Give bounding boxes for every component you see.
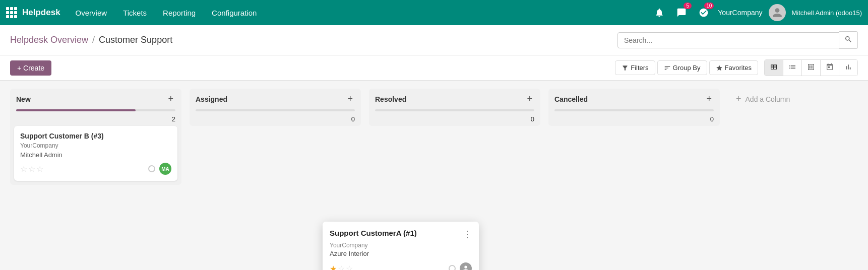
floating-card-customer: Azure Interior — [330, 250, 472, 257]
floating-star-3[interactable]: ☆ — [346, 264, 353, 271]
activity-icon[interactable]: 10 — [696, 5, 712, 21]
col-add-resolved[interactable]: + — [525, 94, 534, 104]
floating-star-2[interactable]: ☆ — [338, 264, 345, 271]
kanban-col-resolved: Resolved + 0 — [369, 89, 540, 126]
breadcrumb-separator: / — [92, 35, 95, 45]
chat-icon[interactable]: 5 — [673, 5, 690, 21]
floating-card-company: YourCompany — [330, 242, 472, 249]
floating-card-header: Support CustomerA (#1) ⋮ — [330, 229, 472, 240]
view-buttons — [764, 59, 858, 76]
company-name[interactable]: YourCompany — [718, 9, 762, 17]
toolbar-left: + Create — [10, 60, 51, 76]
col-header-assigned: Assigned + — [190, 89, 361, 109]
search-wrapper — [617, 31, 858, 49]
floating-star-1[interactable]: ★ — [330, 264, 337, 271]
breadcrumb-current: Customer Support — [99, 35, 172, 45]
col-progress-bar-resolved — [375, 109, 534, 111]
col-progress-bar-new — [16, 109, 175, 111]
bell-icon[interactable] — [651, 5, 667, 21]
top-navigation: Helpdesk Overview Tickets Reporting Conf… — [0, 0, 868, 25]
col-header-new: New + — [10, 89, 181, 109]
kanban-col-new: New + 2 Support Customer B (#3) YourComp… — [10, 89, 181, 185]
floating-card-actions — [449, 262, 472, 270]
star-2[interactable]: ☆ — [28, 164, 35, 174]
star-3[interactable]: ☆ — [36, 164, 43, 174]
search-button[interactable] — [839, 31, 858, 49]
favorites-button[interactable]: Favorites — [709, 60, 758, 75]
col-add-new[interactable]: + — [166, 94, 175, 104]
col-progress-fill-new — [16, 109, 136, 111]
breadcrumb-parent[interactable]: Helpdesk Overview — [10, 35, 88, 45]
view-list[interactable] — [783, 60, 802, 76]
activity-badge: 10 — [704, 3, 714, 9]
status-radio-0[interactable] — [148, 165, 155, 172]
col-count-assigned: 0 — [190, 115, 361, 126]
user-name[interactable]: Mitchell Admin (odoo15) — [792, 9, 862, 17]
view-kanban[interactable] — [765, 60, 783, 76]
create-button[interactable]: + Create — [10, 60, 51, 76]
col-add-assigned[interactable]: + — [345, 94, 355, 104]
view-chart[interactable] — [839, 60, 857, 76]
col-title-resolved: Resolved — [375, 95, 406, 103]
three-dot-menu[interactable]: ⋮ — [463, 229, 472, 240]
toolbar-filters: Filters Group By Favorites — [615, 60, 758, 75]
col-title-assigned: Assigned — [196, 95, 227, 103]
filters-button[interactable]: Filters — [615, 60, 655, 75]
search-area — [617, 31, 858, 49]
nav-links: Overview Tickets Reporting Configuration — [69, 6, 652, 20]
col-title-cancelled: Cancelled — [554, 95, 588, 103]
add-column[interactable]: + Add a Column — [728, 89, 798, 109]
floating-card-footer: ★ ☆ ☆ — [330, 262, 472, 270]
add-col-icon: + — [736, 94, 741, 104]
col-count-cancelled: 0 — [548, 115, 720, 126]
nav-tickets[interactable]: Tickets — [116, 6, 154, 20]
search-input[interactable] — [617, 32, 839, 48]
kanban-col-cancelled: Cancelled + 0 — [548, 89, 720, 126]
nav-overview[interactable]: Overview — [69, 6, 114, 20]
nav-configuration[interactable]: Configuration — [205, 6, 264, 20]
card-person-0: Mitchell Admin — [20, 151, 171, 159]
floating-status-radio[interactable] — [449, 265, 456, 270]
chat-badge: 5 — [684, 3, 692, 9]
card-actions-0: MA — [148, 163, 171, 175]
grid-icon — [6, 7, 17, 18]
add-column-label: Add a Column — [746, 95, 790, 103]
toolbar: + Create Filters Group By Favorites — [0, 55, 868, 81]
star-1[interactable]: ☆ — [20, 164, 27, 174]
breadcrumb: Helpdesk Overview / Customer Support — [10, 35, 172, 45]
kanban-card-0[interactable]: Support Customer B (#3) YourCompany Mitc… — [14, 126, 177, 181]
filters-label: Filters — [631, 64, 648, 72]
app-brand[interactable]: Helpdesk — [6, 7, 60, 18]
floating-avatar — [460, 262, 472, 270]
floating-star-rating[interactable]: ★ ☆ ☆ — [330, 264, 353, 271]
floating-card-title: Support CustomerA (#1) — [330, 229, 417, 237]
avatar-0: MA — [159, 163, 171, 175]
view-table[interactable] — [802, 60, 821, 76]
app-name: Helpdesk — [22, 8, 60, 18]
main-content: New + 2 Support Customer B (#3) YourComp… — [0, 81, 868, 270]
card-footer-0: ☆ ☆ ☆ MA — [20, 163, 171, 175]
col-header-cancelled: Cancelled + — [548, 89, 720, 109]
card-company-0: YourCompany — [20, 142, 171, 149]
groupby-label: Group By — [673, 64, 701, 72]
subheader: Helpdesk Overview / Customer Support — [0, 25, 868, 55]
favorites-label: Favorites — [725, 64, 752, 72]
col-title-new: New — [16, 95, 31, 103]
nav-right: 5 10 YourCompany Mitchell Admin (odoo15) — [651, 4, 862, 21]
kanban-board: New + 2 Support Customer B (#3) YourComp… — [10, 89, 858, 185]
star-rating-0[interactable]: ☆ ☆ ☆ — [20, 164, 43, 174]
view-calendar[interactable] — [821, 60, 839, 76]
groupby-button[interactable]: Group By — [657, 60, 707, 75]
card-title-0: Support Customer B (#3) — [20, 132, 171, 140]
user-avatar[interactable] — [769, 4, 786, 21]
col-progress-bar-cancelled — [554, 109, 714, 111]
col-header-resolved: Resolved + — [369, 89, 540, 109]
col-progress-bar-assigned — [196, 109, 355, 111]
kanban-col-assigned: Assigned + 0 — [190, 89, 361, 126]
col-add-cancelled[interactable]: + — [704, 94, 714, 104]
col-count-new: 2 — [10, 115, 181, 126]
floating-card[interactable]: Support CustomerA (#1) ⋮ YourCompany Azu… — [323, 222, 479, 270]
nav-reporting[interactable]: Reporting — [156, 6, 203, 20]
col-count-resolved: 0 — [369, 115, 540, 126]
